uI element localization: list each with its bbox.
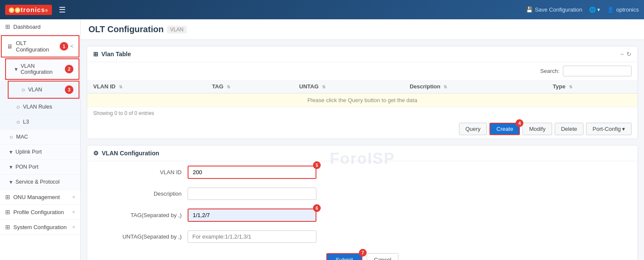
col-type: Type ⇅: [547, 80, 638, 94]
sidebar-item-label: Profile Configuration: [13, 209, 64, 215]
sidebar-item-label: OLT Configuration: [16, 40, 57, 53]
navbar-right: 💾 Save Configuration 🌐 ▾ 👤 optronics: [526, 6, 639, 13]
sidebar-item-onu-management[interactable]: ⊞ ONU Management <: [0, 190, 80, 205]
vlan-id-label: VLAN ID: [104, 169, 182, 175]
vlan-config-title: VLAN Configuration: [102, 150, 159, 157]
untag-label: UNTAG(Separated by ,): [104, 233, 182, 240]
form-row-vlan-id: VLAN ID 5: [87, 161, 638, 183]
chevron-icon: <: [73, 224, 75, 230]
onu-icon: ⊞: [5, 193, 10, 200]
config-icon: ⚙: [93, 150, 99, 157]
chevron-down-icon: ▾: [9, 178, 12, 185]
sidebar-item-label: System Configuration: [13, 224, 67, 230]
vlan-sub-menu: ○ VLAN 3 ○ VLAN Rules ○ L3: [0, 81, 80, 130]
search-row: Search:: [87, 62, 638, 80]
badge-1: 1: [60, 42, 68, 51]
sidebar-item-label: Uplink Port: [15, 149, 42, 155]
action-row: Query Create 4 Modify Delete Port-Config…: [87, 119, 638, 139]
navbar: ◉◉tronics® ☰ 💾 Save Configuration 🌐 ▾ 👤 …: [0, 0, 644, 19]
refresh-button[interactable]: ↻: [626, 51, 632, 57]
col-tag: TAG ⇅: [206, 80, 293, 94]
submit-button[interactable]: Submit: [326, 253, 362, 260]
content-area: OLT Configuration VLAN ⊞ Vlan Table − ↻ …: [81, 19, 644, 260]
sidebar-item-label: MAC: [16, 134, 28, 140]
user-menu[interactable]: 👤 optronics: [607, 6, 639, 13]
sort-arrows: ⇅: [569, 85, 572, 89]
search-label: Search:: [540, 68, 559, 74]
globe-icon: 🌐: [589, 6, 596, 13]
card-header: ⊞ Vlan Table − ↻: [87, 46, 638, 62]
main-layout: ⊞ Dashboard 🖥 OLT Configuration 1 < ▾ VL…: [0, 19, 644, 260]
submit-button-container: Submit 7: [326, 253, 362, 260]
sidebar-item-profile-configuration[interactable]: ⊞ Profile Configuration <: [0, 205, 80, 220]
query-button[interactable]: Query: [459, 123, 487, 135]
sort-arrows: ⇅: [227, 85, 230, 89]
sidebar-item-label: PON Port: [15, 164, 39, 170]
vlan-config-header: ⚙ VLAN Configuration: [87, 145, 638, 161]
table-empty-message: Please click the Query button to get the…: [87, 94, 638, 107]
col-vlan-id: VLAN ID ⇅: [87, 80, 206, 94]
page-header: OLT Configuration VLAN: [81, 19, 644, 40]
brand: ◉◉tronics®: [5, 5, 52, 15]
cancel-button[interactable]: Cancel: [367, 253, 398, 260]
showing-entries-text: Showing 0 to 0 of 0 entries: [87, 107, 638, 119]
sidebar-item-service-protocol[interactable]: ▾ Service & Protocol: [0, 175, 80, 190]
description-label: Description: [104, 190, 182, 197]
logo: ◉◉tronics®: [5, 5, 52, 15]
tag-input[interactable]: [188, 209, 316, 222]
sidebar-item-label: ONU Management: [13, 194, 60, 200]
col-untag: UNTAG ⇅: [293, 80, 404, 94]
circle-icon: ○: [9, 133, 13, 140]
card-title: Vlan Table: [101, 51, 131, 57]
chevron-down-icon: ▾: [15, 66, 18, 73]
vlan-config-section: ⚙ VLAN Configuration ForoISP VLAN ID 5 D…: [87, 145, 638, 260]
content-inner: OLT Configuration VLAN ⊞ Vlan Table − ↻ …: [81, 19, 644, 260]
card-actions: − ↻: [620, 51, 632, 57]
sidebar-item-label: VLAN Configuration: [21, 63, 62, 75]
port-config-button[interactable]: Port-Config ▾: [586, 123, 632, 135]
tag-label: TAG(Separated by ,): [104, 212, 182, 218]
vlan-table-card: ⊞ Vlan Table − ↻ Search:: [87, 46, 638, 139]
sidebar: ⊞ Dashboard 🖥 OLT Configuration 1 < ▾ VL…: [0, 19, 81, 260]
save-configuration-button[interactable]: 💾 Save Configuration: [526, 6, 583, 13]
sidebar-item-label: VLAN: [28, 87, 42, 93]
delete-button[interactable]: Delete: [555, 123, 584, 135]
profile-icon: ⊞: [5, 209, 10, 215]
language-selector[interactable]: 🌐 ▾: [589, 6, 600, 13]
search-input[interactable]: [563, 66, 632, 76]
page-title: OLT Configuration: [88, 24, 164, 34]
form-row-description: Description: [87, 183, 638, 204]
dashboard-icon: ⊞: [5, 23, 10, 30]
vlan-data-table: VLAN ID ⇅ TAG ⇅ UNTAG ⇅: [87, 80, 638, 107]
vlan-id-input-container: 5: [188, 166, 316, 179]
badge-3: 3: [65, 85, 73, 94]
sidebar-item-mac[interactable]: ○ MAC: [0, 130, 80, 145]
olt-icon: 🖥: [7, 43, 13, 50]
sort-arrows: ⇅: [444, 85, 447, 89]
modify-button[interactable]: Modify: [522, 123, 552, 135]
system-icon: ⊞: [5, 224, 10, 230]
vlan-id-input[interactable]: [188, 166, 316, 179]
badge-6: 6: [313, 204, 321, 212]
sidebar-item-vlan[interactable]: ○ VLAN 3: [8, 81, 79, 99]
tag-input-container: 6: [188, 209, 316, 222]
breadcrumb: VLAN: [167, 26, 186, 33]
chevron-down-icon: ▾: [9, 148, 12, 155]
sidebar-item-vlan-configuration[interactable]: ▾ VLAN Configuration 2: [5, 58, 79, 80]
sidebar-item-dashboard[interactable]: ⊞ Dashboard: [0, 19, 80, 34]
sidebar-toggle[interactable]: ☰: [59, 5, 66, 15]
minimize-button[interactable]: −: [620, 51, 624, 57]
sidebar-item-label: Dashboard: [13, 24, 41, 30]
form-row-untag: UNTAG(Separated by ,): [87, 226, 638, 247]
untag-input[interactable]: [188, 230, 316, 243]
col-description: Description ⇅: [404, 80, 547, 94]
sort-arrows: ⇅: [322, 85, 325, 89]
sidebar-item-uplink-port[interactable]: ▾ Uplink Port: [0, 145, 80, 160]
user-icon: 👤: [607, 6, 614, 13]
sidebar-item-vlan-rules[interactable]: ○ VLAN Rules: [0, 100, 80, 115]
sidebar-item-pon-port[interactable]: ▾ PON Port: [0, 160, 80, 175]
sidebar-item-olt-config[interactable]: 🖥 OLT Configuration 1 <: [1, 35, 79, 57]
description-input[interactable]: [188, 187, 316, 200]
sidebar-item-l3[interactable]: ○ L3: [0, 115, 80, 130]
sidebar-item-system-configuration[interactable]: ⊞ System Configuration <: [0, 220, 80, 235]
